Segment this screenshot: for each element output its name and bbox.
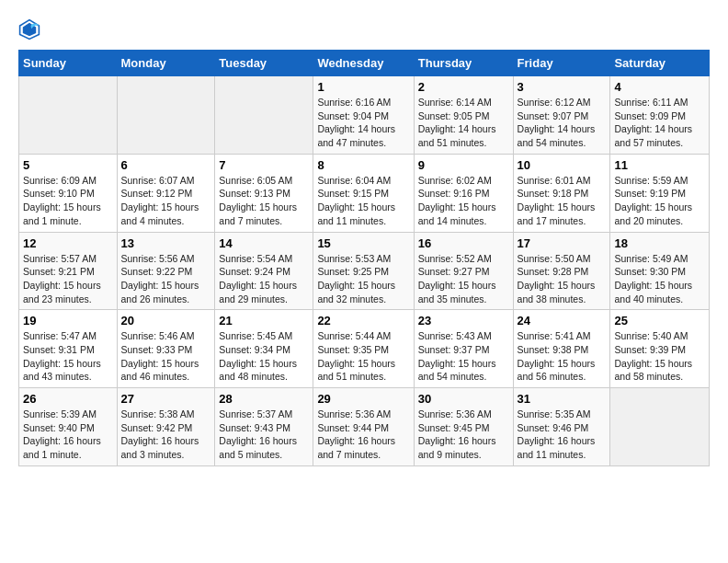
calendar-cell: 29Sunrise: 5:36 AM Sunset: 9:44 PM Dayli… xyxy=(313,388,414,466)
day-info: Sunrise: 6:11 AM Sunset: 9:09 PM Dayligh… xyxy=(614,96,705,150)
day-info: Sunrise: 5:39 AM Sunset: 9:40 PM Dayligh… xyxy=(23,408,113,462)
day-info: Sunrise: 5:45 AM Sunset: 9:34 PM Dayligh… xyxy=(219,329,309,384)
day-number: 20 xyxy=(121,314,211,327)
day-number: 8 xyxy=(317,158,409,172)
day-info: Sunrise: 5:36 AM Sunset: 9:44 PM Dayligh… xyxy=(317,408,409,462)
day-number: 7 xyxy=(219,158,309,172)
calendar-cell xyxy=(117,76,215,155)
day-number: 12 xyxy=(23,236,113,250)
calendar-cell: 5Sunrise: 6:09 AM Sunset: 9:10 PM Daylig… xyxy=(19,154,118,232)
calendar-cell: 22Sunrise: 5:44 AM Sunset: 9:35 PM Dayli… xyxy=(313,310,414,388)
header-sunday: Sunday xyxy=(19,51,118,76)
calendar-cell: 24Sunrise: 5:41 AM Sunset: 9:38 PM Dayli… xyxy=(513,310,610,388)
calendar-cell: 7Sunrise: 6:05 AM Sunset: 9:13 PM Daylig… xyxy=(215,154,313,232)
day-info: Sunrise: 6:14 AM Sunset: 9:05 PM Dayligh… xyxy=(418,96,509,150)
day-number: 10 xyxy=(518,158,607,172)
calendar-cell: 19Sunrise: 5:47 AM Sunset: 9:31 PM Dayli… xyxy=(19,310,118,388)
calendar-cell: 10Sunrise: 6:01 AM Sunset: 9:18 PM Dayli… xyxy=(513,154,610,232)
logo-icon xyxy=(18,18,40,40)
day-number: 1 xyxy=(317,80,409,94)
day-number: 3 xyxy=(518,80,607,94)
week-row-5: 26Sunrise: 5:39 AM Sunset: 9:40 PM Dayli… xyxy=(19,388,710,466)
calendar-cell: 30Sunrise: 5:36 AM Sunset: 9:45 PM Dayli… xyxy=(414,388,513,466)
day-info: Sunrise: 6:05 AM Sunset: 9:13 PM Dayligh… xyxy=(219,174,309,228)
calendar-cell: 2Sunrise: 6:14 AM Sunset: 9:05 PM Daylig… xyxy=(414,76,513,155)
calendar-cell: 23Sunrise: 5:43 AM Sunset: 9:37 PM Dayli… xyxy=(414,310,513,388)
calendar-cell xyxy=(19,76,118,155)
day-info: Sunrise: 5:41 AM Sunset: 9:38 PM Dayligh… xyxy=(518,329,607,384)
day-number: 13 xyxy=(121,236,211,250)
day-info: Sunrise: 6:16 AM Sunset: 9:04 PM Dayligh… xyxy=(317,96,409,150)
day-number: 19 xyxy=(23,314,113,327)
day-info: Sunrise: 5:56 AM Sunset: 9:22 PM Dayligh… xyxy=(121,252,211,306)
calendar-cell: 12Sunrise: 5:57 AM Sunset: 9:21 PM Dayli… xyxy=(19,232,118,310)
day-info: Sunrise: 5:40 AM Sunset: 9:39 PM Dayligh… xyxy=(614,329,705,384)
calendar-table: SundayMondayTuesdayWednesdayThursdayFrid… xyxy=(18,50,710,466)
day-number: 25 xyxy=(614,314,705,327)
calendar-cell: 25Sunrise: 5:40 AM Sunset: 9:39 PM Dayli… xyxy=(610,310,710,388)
day-info: Sunrise: 6:01 AM Sunset: 9:18 PM Dayligh… xyxy=(518,174,607,228)
calendar-cell: 17Sunrise: 5:50 AM Sunset: 9:28 PM Dayli… xyxy=(513,232,610,310)
calendar-cell xyxy=(610,388,710,466)
day-info: Sunrise: 5:59 AM Sunset: 9:19 PM Dayligh… xyxy=(614,174,705,228)
calendar-cell: 4Sunrise: 6:11 AM Sunset: 9:09 PM Daylig… xyxy=(610,76,710,155)
calendar-cell: 26Sunrise: 5:39 AM Sunset: 9:40 PM Dayli… xyxy=(19,388,118,466)
day-number: 22 xyxy=(317,314,409,327)
day-number: 28 xyxy=(219,392,309,406)
logo xyxy=(18,18,44,40)
day-info: Sunrise: 6:09 AM Sunset: 9:10 PM Dayligh… xyxy=(23,174,113,228)
header-monday: Monday xyxy=(117,51,215,76)
calendar-cell: 6Sunrise: 6:07 AM Sunset: 9:12 PM Daylig… xyxy=(117,154,215,232)
day-info: Sunrise: 5:53 AM Sunset: 9:25 PM Dayligh… xyxy=(317,252,409,306)
day-info: Sunrise: 5:54 AM Sunset: 9:24 PM Dayligh… xyxy=(219,252,309,306)
day-info: Sunrise: 5:44 AM Sunset: 9:35 PM Dayligh… xyxy=(317,329,409,384)
day-info: Sunrise: 5:38 AM Sunset: 9:42 PM Dayligh… xyxy=(121,408,211,462)
calendar-cell: 11Sunrise: 5:59 AM Sunset: 9:19 PM Dayli… xyxy=(610,154,710,232)
day-number: 29 xyxy=(317,392,409,406)
day-number: 24 xyxy=(518,314,607,327)
calendar-cell: 15Sunrise: 5:53 AM Sunset: 9:25 PM Dayli… xyxy=(313,232,414,310)
calendar-cell: 28Sunrise: 5:37 AM Sunset: 9:43 PM Dayli… xyxy=(215,388,313,466)
day-number: 4 xyxy=(614,80,705,94)
day-info: Sunrise: 5:46 AM Sunset: 9:33 PM Dayligh… xyxy=(121,329,211,384)
calendar-cell: 16Sunrise: 5:52 AM Sunset: 9:27 PM Dayli… xyxy=(414,232,513,310)
calendar-cell xyxy=(215,76,313,155)
header-wednesday: Wednesday xyxy=(313,51,414,76)
calendar-cell: 27Sunrise: 5:38 AM Sunset: 9:42 PM Dayli… xyxy=(117,388,215,466)
day-number: 6 xyxy=(121,158,211,172)
header-saturday: Saturday xyxy=(610,51,710,76)
header-friday: Friday xyxy=(513,51,610,76)
calendar-cell: 13Sunrise: 5:56 AM Sunset: 9:22 PM Dayli… xyxy=(117,232,215,310)
day-info: Sunrise: 5:47 AM Sunset: 9:31 PM Dayligh… xyxy=(23,329,113,384)
day-info: Sunrise: 6:07 AM Sunset: 9:12 PM Dayligh… xyxy=(121,174,211,228)
day-info: Sunrise: 5:36 AM Sunset: 9:45 PM Dayligh… xyxy=(418,408,509,462)
day-number: 9 xyxy=(418,158,509,172)
day-info: Sunrise: 5:57 AM Sunset: 9:21 PM Dayligh… xyxy=(23,252,113,306)
calendar-cell: 20Sunrise: 5:46 AM Sunset: 9:33 PM Dayli… xyxy=(117,310,215,388)
calendar-cell: 3Sunrise: 6:12 AM Sunset: 9:07 PM Daylig… xyxy=(513,76,610,155)
calendar-cell: 8Sunrise: 6:04 AM Sunset: 9:15 PM Daylig… xyxy=(313,154,414,232)
calendar-cell: 1Sunrise: 6:16 AM Sunset: 9:04 PM Daylig… xyxy=(313,76,414,155)
calendar-cell: 9Sunrise: 6:02 AM Sunset: 9:16 PM Daylig… xyxy=(414,154,513,232)
day-number: 26 xyxy=(23,392,113,406)
header-tuesday: Tuesday xyxy=(215,51,313,76)
day-number: 18 xyxy=(614,236,705,250)
day-number: 5 xyxy=(23,158,113,172)
calendar-cell: 21Sunrise: 5:45 AM Sunset: 9:34 PM Dayli… xyxy=(215,310,313,388)
day-info: Sunrise: 6:04 AM Sunset: 9:15 PM Dayligh… xyxy=(317,174,409,228)
day-number: 15 xyxy=(317,236,409,250)
week-row-2: 5Sunrise: 6:09 AM Sunset: 9:10 PM Daylig… xyxy=(19,154,710,232)
day-number: 23 xyxy=(418,314,509,327)
day-number: 16 xyxy=(418,236,509,250)
calendar-header-row: SundayMondayTuesdayWednesdayThursdayFrid… xyxy=(19,51,710,76)
day-number: 17 xyxy=(518,236,607,250)
day-number: 2 xyxy=(418,80,509,94)
calendar-cell: 31Sunrise: 5:35 AM Sunset: 9:46 PM Dayli… xyxy=(513,388,610,466)
header xyxy=(18,18,710,40)
calendar-cell: 18Sunrise: 5:49 AM Sunset: 9:30 PM Dayli… xyxy=(610,232,710,310)
day-info: Sunrise: 6:02 AM Sunset: 9:16 PM Dayligh… xyxy=(418,174,509,228)
day-info: Sunrise: 5:43 AM Sunset: 9:37 PM Dayligh… xyxy=(418,329,509,384)
week-row-4: 19Sunrise: 5:47 AM Sunset: 9:31 PM Dayli… xyxy=(19,310,710,388)
day-number: 11 xyxy=(614,158,705,172)
day-info: Sunrise: 6:12 AM Sunset: 9:07 PM Dayligh… xyxy=(518,96,607,150)
